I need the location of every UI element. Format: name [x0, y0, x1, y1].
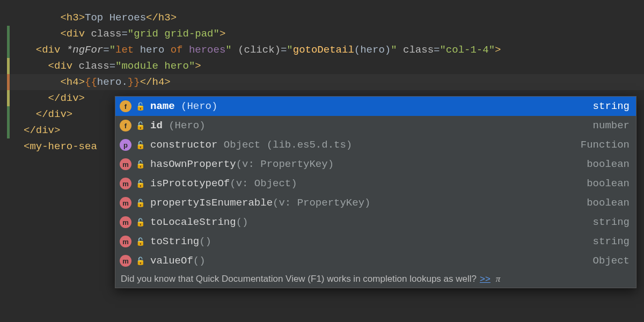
completion-type: boolean: [587, 197, 630, 209]
visibility-icon: 🔓: [136, 199, 145, 208]
completion-item-valueOf[interactable]: m🔓valueOf()Object: [115, 251, 636, 270]
tag: </div>: [36, 108, 72, 120]
hint-link[interactable]: >>: [480, 274, 491, 284]
completion-label: toString(): [150, 236, 211, 247]
completion-item-constructor[interactable]: p🔓constructor Object (lib.es5.d.ts)Funct…: [115, 135, 636, 155]
visibility-icon: 🔓: [136, 160, 145, 169]
gutter-mark: [7, 42, 10, 58]
completion-type: Object: [593, 255, 630, 267]
gutter-mark: [7, 90, 10, 106]
visibility-icon: 🔓: [136, 102, 145, 111]
completion-popup[interactable]: f🔓name (Hero)stringf🔓id (Hero)numberp🔓co…: [115, 96, 636, 288]
completion-label: id (Hero): [150, 120, 206, 131]
kind-icon: m: [120, 236, 131, 247]
gutter-mark: [7, 122, 10, 138]
kind-icon: m: [120, 255, 131, 267]
visibility-icon: 🔓: [136, 179, 145, 188]
completion-item-name[interactable]: f🔓name (Hero)string: [115, 97, 636, 116]
visibility-icon: 🔓: [136, 237, 145, 246]
visibility-icon: 🔓: [136, 257, 145, 266]
completion-label: constructor Object (lib.es5.d.ts): [150, 139, 352, 151]
gutter-mark: [7, 10, 10, 26]
gutter-mark: [7, 106, 10, 122]
tag: <div: [60, 28, 85, 40]
kind-icon: f: [120, 120, 131, 131]
completion-item-isPrototypeOf[interactable]: m🔓isPrototypeOf(v: Object)boolean: [115, 174, 636, 193]
kind-icon: m: [120, 178, 131, 189]
visibility-icon: 🔓: [136, 218, 145, 227]
code-line: <div class="module hero">: [0, 58, 644, 74]
visibility-icon: 🔓: [136, 141, 145, 150]
tag: <h4>: [60, 76, 85, 88]
gutter-mark: [7, 26, 10, 42]
completion-label: valueOf(): [150, 255, 206, 267]
attr-value: grid grid-pad: [134, 28, 213, 40]
completion-label: hasOwnProperty(v: PropertyKey): [150, 158, 334, 170]
completion-label: propertyIsEnumerable(v: PropertyKey): [150, 197, 370, 209]
code-line: <div class="grid grid-pad">: [0, 26, 644, 42]
expression: hero.: [97, 76, 128, 88]
completion-item-toLocaleString[interactable]: m🔓toLocaleString()string: [115, 213, 636, 232]
completion-item-toString[interactable]: m🔓toString()string: [115, 232, 636, 251]
pi-icon[interactable]: π: [496, 274, 501, 284]
completion-type: boolean: [587, 178, 630, 189]
code-line-current: <h4>{{hero.}}</h4>: [0, 74, 644, 90]
completion-item-id[interactable]: f🔓id (Hero)number: [115, 116, 636, 135]
completion-type: string: [593, 216, 630, 228]
tag: </div>: [48, 92, 85, 104]
completion-label: toLocaleString(): [150, 216, 248, 228]
attr: class: [85, 28, 121, 40]
tag: <my-hero-sea: [24, 141, 97, 152]
completion-hint: Did you know that Quick Documentation Vi…: [115, 270, 636, 288]
function-call: gotoDetail: [293, 44, 354, 56]
kind-icon: f: [120, 100, 131, 112]
hint-text: Did you know that Quick Documentation Vi…: [121, 274, 477, 284]
interpolation-open: {{: [85, 76, 97, 88]
interpolation-close: }}: [128, 76, 140, 88]
completion-label: isPrototypeOf(v: Object): [150, 178, 297, 189]
code-line: <div *ngFor="let hero of heroes" (click)…: [0, 42, 644, 58]
tag: <div: [36, 44, 61, 56]
kind-icon: p: [120, 139, 131, 151]
event-binding: (click): [232, 44, 281, 56]
visibility-icon: 🔓: [136, 121, 145, 130]
completion-type: string: [593, 236, 630, 247]
kind-icon: m: [120, 158, 131, 170]
gutter-mark: [7, 74, 10, 90]
gutter-mark: [7, 138, 10, 155]
completion-type: boolean: [587, 158, 630, 170]
tag: </div>: [24, 125, 60, 136]
completion-type: number: [593, 120, 630, 131]
kind-icon: m: [120, 216, 131, 228]
completion-list: f🔓name (Hero)stringf🔓id (Hero)numberp🔓co…: [115, 97, 636, 270]
completion-type: Function: [581, 139, 630, 151]
directive: *ngFor: [60, 44, 103, 56]
completion-label: name (Hero): [150, 100, 217, 112]
kind-icon: m: [120, 197, 131, 209]
tag: <div: [48, 60, 73, 72]
completion-item-hasOwnProperty[interactable]: m🔓hasOwnProperty(v: PropertyKey)boolean: [115, 155, 636, 174]
gutter-mark: [7, 58, 10, 74]
completion-type: string: [593, 100, 630, 112]
completion-item-propertyIsEnumerable[interactable]: m🔓propertyIsEnumerable(v: PropertyKey)bo…: [115, 193, 636, 213]
